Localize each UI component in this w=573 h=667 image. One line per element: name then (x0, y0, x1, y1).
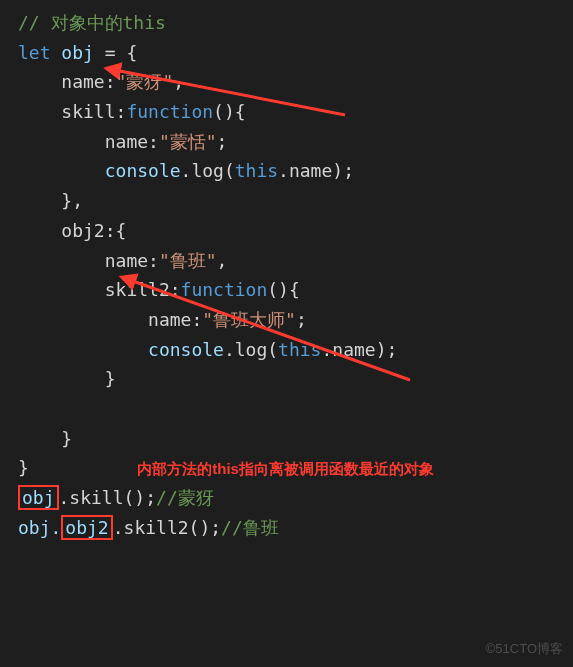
keyword-function: function (181, 279, 268, 300)
highlight-obj2: obj2 (61, 515, 112, 540)
annotation-text: 内部方法的this指向离被调用函数最近的对象 (137, 460, 434, 477)
brace: } (18, 457, 29, 478)
call: .skill2(); (113, 517, 221, 538)
string: "鲁班" (159, 250, 217, 271)
identifier-obj: obj (22, 487, 55, 508)
op: .name); (321, 339, 397, 360)
keyword-let: let (18, 42, 51, 63)
identifier-obj: obj (61, 42, 94, 63)
highlight-obj: obj (18, 485, 59, 510)
console: console (148, 339, 224, 360)
op: :{ (105, 220, 127, 241)
keyword-this: this (278, 339, 321, 360)
console: console (105, 160, 181, 181)
prop-name: name (148, 309, 191, 330)
op: = { (94, 42, 137, 63)
prop-name: name (105, 250, 148, 271)
prop-skill: skill (61, 101, 115, 122)
op: (){ (267, 279, 300, 300)
call: .skill(); (59, 487, 157, 508)
op: .name); (278, 160, 354, 181)
brace: } (105, 368, 116, 389)
prop-skill2: skill2 (105, 279, 170, 300)
op: .log( (181, 160, 235, 181)
string: "鲁班大师" (202, 309, 296, 330)
string: "蒙犽" (116, 71, 174, 92)
keyword-this: this (235, 160, 278, 181)
string: "蒙恬" (159, 131, 217, 152)
comment: //鲁班 (221, 517, 279, 538)
identifier-obj2: obj2 (65, 517, 108, 538)
comment: //蒙犽 (156, 487, 214, 508)
prop-name: name (61, 71, 104, 92)
brace: } (61, 428, 72, 449)
code-block: // 对象中的this let obj = { name:"蒙犽", skill… (0, 0, 573, 550)
watermark: ©51CTO博客 (486, 638, 563, 659)
prop-obj2: obj2 (61, 220, 104, 241)
call-pre: obj. (18, 517, 61, 538)
prop-name: name (105, 131, 148, 152)
op: ; (217, 131, 228, 152)
keyword-function: function (126, 101, 213, 122)
op: (){ (213, 101, 246, 122)
comment-line: // 对象中的this (18, 12, 166, 33)
brace: }, (61, 190, 83, 211)
op: .log( (224, 339, 278, 360)
op: ; (296, 309, 307, 330)
